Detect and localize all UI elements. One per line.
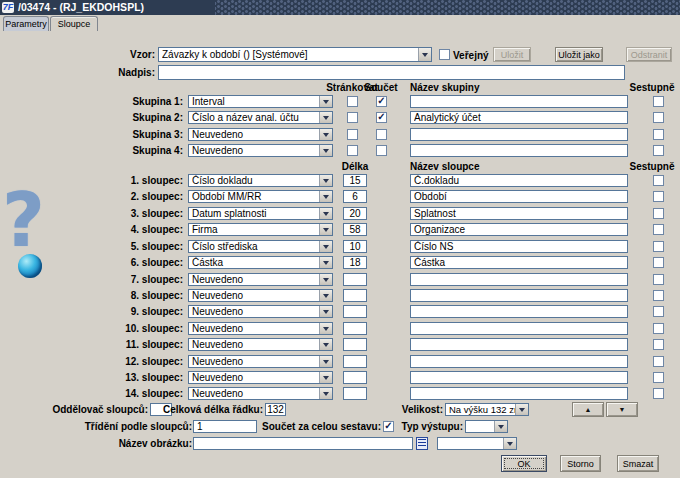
title-bar[interactable]: 7F /03474 - (RJ_EKDOHSPL) (0, 0, 680, 15)
sestupne-checkbox[interactable] (653, 224, 664, 235)
chevron-down-icon[interactable] (319, 175, 332, 186)
chevron-down-icon[interactable] (319, 96, 332, 107)
column-type-dropdown[interactable]: Číslo dokladu (188, 174, 333, 187)
column-type-dropdown[interactable]: Číslo střediska (188, 240, 333, 253)
chevron-down-icon[interactable] (319, 372, 332, 383)
chevron-down-icon[interactable] (319, 208, 332, 219)
column-name-input[interactable] (410, 223, 628, 236)
chevron-down-icon[interactable] (319, 323, 332, 334)
column-type-dropdown[interactable]: Firma (188, 223, 333, 236)
chevron-down-icon[interactable] (319, 290, 332, 301)
column-type-dropdown[interactable]: Neuvedeno (188, 322, 333, 335)
chevron-down-icon[interactable] (319, 356, 332, 367)
delka-input[interactable] (343, 190, 367, 203)
column-type-dropdown[interactable]: Neuvedeno (188, 305, 333, 318)
chevron-down-icon[interactable] (319, 112, 332, 123)
column-name-input[interactable] (410, 322, 628, 335)
chevron-down-icon[interactable] (319, 224, 332, 235)
chevron-down-icon[interactable] (319, 388, 332, 399)
velikost-dropdown[interactable]: Na výšku 132 zn. (445, 403, 529, 416)
sestupne-checkbox[interactable] (653, 96, 664, 107)
sestupne-checkbox[interactable] (653, 145, 664, 156)
ok-button[interactable]: OK (501, 455, 547, 472)
delka-input[interactable] (343, 289, 367, 302)
soucet-checkbox[interactable] (376, 112, 387, 123)
typ-vystupu-dropdown[interactable] (465, 420, 508, 433)
column-name-input[interactable] (410, 387, 628, 400)
chevron-down-icon[interactable] (319, 129, 332, 140)
column-name-input[interactable] (410, 371, 628, 384)
delka-input[interactable] (343, 207, 367, 220)
smazat-button[interactable]: Smazat (617, 455, 659, 472)
group-name-input[interactable] (410, 144, 628, 157)
column-name-input[interactable] (410, 174, 628, 187)
strankovat-checkbox[interactable] (347, 145, 358, 156)
column-name-input[interactable] (410, 273, 628, 286)
delka-input[interactable] (343, 273, 367, 286)
column-name-input[interactable] (410, 355, 628, 368)
tab-parametry[interactable]: Parametry (3, 16, 49, 31)
tab-sloupce[interactable]: Sloupce (50, 16, 98, 31)
column-name-input[interactable] (410, 338, 628, 351)
delka-input[interactable] (343, 174, 367, 187)
chevron-down-icon[interactable] (503, 438, 516, 449)
column-name-input[interactable] (410, 207, 628, 220)
list-icon[interactable] (416, 437, 428, 450)
strankovat-checkbox[interactable] (347, 129, 358, 140)
column-type-dropdown[interactable]: Neuvedeno (188, 371, 333, 384)
group-name-input[interactable] (410, 95, 628, 108)
column-type-dropdown[interactable]: Období MM/RR (188, 190, 333, 203)
chevron-down-icon[interactable] (319, 257, 332, 268)
delka-input[interactable] (343, 240, 367, 253)
delka-input[interactable] (343, 223, 367, 236)
sestupne-checkbox[interactable] (653, 388, 664, 399)
soucet-checkbox[interactable] (376, 145, 387, 156)
sestupne-checkbox[interactable] (653, 175, 664, 186)
chevron-down-icon[interactable] (319, 339, 332, 350)
group-name-input[interactable] (410, 111, 628, 124)
chevron-down-icon[interactable] (319, 191, 332, 202)
vzor-dropdown[interactable]: Závazky k období () [Systémové] (158, 47, 432, 62)
group-type-dropdown[interactable]: Interval (188, 95, 333, 108)
delka-input[interactable] (343, 338, 367, 351)
column-type-dropdown[interactable]: Neuvedeno (188, 289, 333, 302)
chevron-down-icon[interactable] (319, 306, 332, 317)
chevron-down-icon[interactable] (494, 421, 507, 432)
column-type-dropdown[interactable]: Neuvedeno (188, 338, 333, 351)
column-type-dropdown[interactable]: Neuvedeno (188, 355, 333, 368)
soucet-checkbox[interactable] (376, 96, 387, 107)
nazev-obrazku-input[interactable] (193, 437, 413, 450)
column-name-input[interactable] (410, 190, 628, 203)
sestupne-checkbox[interactable] (653, 257, 664, 268)
column-name-input[interactable] (410, 305, 628, 318)
odstranit-button[interactable]: Odstranit (626, 47, 672, 62)
group-type-dropdown[interactable]: Neuvedeno (188, 144, 333, 157)
sestupne-checkbox[interactable] (653, 306, 664, 317)
chevron-down-icon[interactable] (319, 241, 332, 252)
celkova-delka-input[interactable] (265, 403, 286, 416)
delka-input[interactable] (343, 322, 367, 335)
strankovat-checkbox[interactable] (347, 112, 358, 123)
trideni-input[interactable] (193, 420, 257, 433)
delka-input[interactable] (343, 371, 367, 384)
nadpis-input[interactable] (158, 65, 625, 80)
delka-input[interactable] (343, 387, 367, 400)
group-type-dropdown[interactable]: Neuvedeno (188, 128, 333, 141)
column-type-dropdown[interactable]: Neuvedeno (188, 273, 333, 286)
column-type-dropdown[interactable]: Částka (188, 256, 333, 269)
column-name-input[interactable] (410, 240, 628, 253)
sestupne-checkbox[interactable] (653, 372, 664, 383)
ulozit-button[interactable]: Uložit (493, 47, 531, 62)
chevron-down-icon[interactable] (515, 404, 528, 415)
sestupne-checkbox[interactable] (653, 129, 664, 140)
sestupne-checkbox[interactable] (653, 191, 664, 202)
soucet-sestava-checkbox[interactable] (383, 421, 394, 432)
verejny-checkbox[interactable] (439, 49, 450, 60)
sestupne-checkbox[interactable] (653, 339, 664, 350)
sestupne-checkbox[interactable] (653, 112, 664, 123)
chevron-down-icon[interactable] (319, 274, 332, 285)
soucet-checkbox[interactable] (376, 129, 387, 140)
storno-button[interactable]: Storno (560, 455, 601, 472)
column-type-dropdown[interactable]: Datum splatnosti (188, 207, 333, 220)
column-name-input[interactable] (410, 256, 628, 269)
